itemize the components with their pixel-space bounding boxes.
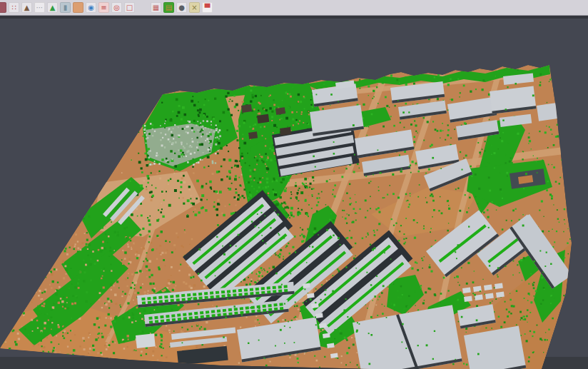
globe-sync-icon[interactable]: ◉ bbox=[86, 2, 96, 13]
point-cloud-render bbox=[0, 19, 588, 369]
toolbar: ∷▲⋯▲▮◉≡◎□▦▤●×▀ bbox=[0, 0, 588, 16]
classification-palette-icon[interactable]: ▤ bbox=[163, 2, 174, 13]
maroon-tile-icon[interactable] bbox=[0, 2, 6, 13]
sparse-points-icon[interactable]: ⋯ bbox=[34, 2, 45, 13]
target-circle-icon[interactable]: ◎ bbox=[111, 2, 122, 13]
dark-sphere-icon[interactable]: ● bbox=[176, 2, 187, 13]
toolbar-separator bbox=[0, 16, 588, 19]
viewport-3d[interactable] bbox=[0, 19, 588, 369]
red-list-icon[interactable]: ≡ bbox=[98, 2, 109, 13]
orange-square-icon[interactable] bbox=[73, 2, 83, 13]
terrain-brown-icon[interactable]: ▲ bbox=[21, 2, 32, 13]
layers-red-icon[interactable]: ▀ bbox=[202, 2, 213, 13]
fit-view-icon[interactable]: □ bbox=[124, 2, 135, 13]
crop-cross-icon[interactable]: × bbox=[189, 2, 200, 13]
terrain-green-icon[interactable]: ▲ bbox=[47, 2, 58, 13]
scatter-points-icon[interactable]: ∷ bbox=[9, 2, 19, 13]
column-view-icon[interactable]: ▮ bbox=[60, 2, 71, 13]
app-window: { "app": { "kind": "3d-point-cloud-class… bbox=[0, 0, 588, 369]
checker-grid-icon[interactable]: ▦ bbox=[151, 2, 161, 13]
